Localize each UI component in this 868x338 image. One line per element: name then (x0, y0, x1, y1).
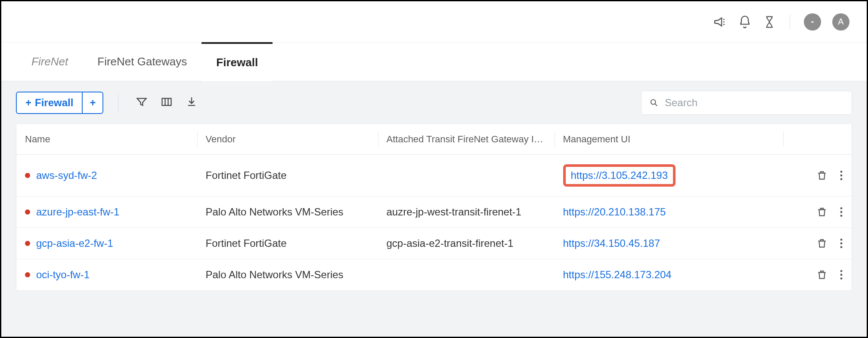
firewall-table-wrap: Name Vendor Attached Transit FireNet Gat… (1, 124, 867, 338)
topbar-divider (790, 15, 790, 29)
tab-firenet[interactable]: FireNet (17, 43, 83, 81)
table-row: azure-jp-east-fw-1 Palo Alto Networks VM… (16, 197, 852, 228)
search-box[interactable] (641, 91, 852, 115)
firewall-table: Name Vendor Attached Transit FireNet Gat… (16, 124, 852, 291)
firewall-name-link[interactable]: aws-syd-fw-2 (36, 169, 97, 181)
table-row: aws-syd-fw-2 Fortinet FortiGatehttps://3… (16, 155, 852, 197)
more-actions-icon[interactable] (840, 238, 843, 249)
mgmt-ui-link[interactable]: https://20.210.138.175 (563, 206, 666, 218)
svg-point-5 (840, 207, 843, 209)
column-header-gateway[interactable]: Attached Transit FireNet Gateway I… (378, 124, 555, 155)
status-dot (25, 173, 30, 178)
svg-point-11 (840, 270, 843, 272)
svg-point-6 (840, 211, 843, 213)
toolbar: + Firewall + (1, 81, 867, 124)
add-firewall-button[interactable]: + Firewall (17, 92, 82, 113)
tab-firenet-gateways[interactable]: FireNet Gateways (83, 43, 202, 81)
column-header-actions (783, 124, 852, 155)
highlight-box: https://3.105.242.193 (563, 164, 676, 187)
mgmt-ui-link[interactable]: https://3.105.242.193 (571, 169, 668, 181)
plus-icon: + (25, 97, 31, 109)
mgmt-cell: https://155.248.173.204 (555, 259, 783, 291)
tab-firewall[interactable]: Firewall (202, 42, 273, 81)
delete-icon[interactable] (816, 206, 828, 218)
svg-point-7 (840, 215, 843, 217)
more-actions-icon[interactable] (840, 206, 843, 218)
topbar: A (1, 1, 867, 43)
svg-point-13 (840, 277, 843, 280)
toolbar-divider (118, 94, 118, 112)
column-header-mgmt[interactable]: Management UI (555, 124, 783, 155)
gateway-cell (378, 259, 555, 291)
svg-point-9 (840, 243, 843, 245)
svg-point-1 (651, 100, 656, 104)
mgmt-ui-link[interactable]: https://34.150.45.187 (563, 237, 660, 249)
mgmt-cell: https://20.210.138.175 (555, 197, 783, 228)
firewall-name-link[interactable]: oci-tyo-fw-1 (36, 269, 90, 281)
firewall-name-link[interactable]: azure-jp-east-fw-1 (36, 206, 119, 218)
table-row: oci-tyo-fw-1 Palo Alto Networks VM-Serie… (16, 259, 852, 291)
status-dot (25, 209, 30, 215)
add-firewall-button-group: + Firewall + (16, 92, 103, 114)
status-dot (25, 272, 30, 277)
column-header-vendor[interactable]: Vendor (197, 124, 378, 155)
filter-icon[interactable] (133, 93, 150, 112)
svg-point-2 (840, 171, 843, 173)
search-icon (649, 98, 659, 108)
mgmt-ui-link[interactable]: https://155.248.173.204 (563, 269, 672, 280)
svg-point-4 (840, 178, 843, 180)
search-input[interactable] (664, 96, 844, 109)
columns-icon[interactable] (158, 93, 175, 112)
svg-point-3 (840, 175, 843, 177)
firewall-name-link[interactable]: gcp-asia-e2-fw-1 (36, 237, 113, 249)
column-header-name[interactable]: Name (16, 124, 197, 155)
gateway-cell: auzre-jp-west-transit-firenet-1 (378, 197, 555, 228)
vendor-cell: Fortinet FortiGate (197, 228, 378, 259)
download-icon[interactable] (183, 93, 200, 112)
svg-rect-0 (162, 98, 171, 105)
mgmt-cell: https://3.105.242.193 (555, 155, 783, 197)
megaphone-icon[interactable] (713, 15, 727, 29)
delete-icon[interactable] (816, 269, 828, 280)
add-firewall-label: Firewall (35, 97, 73, 109)
user-avatar[interactable]: A (832, 13, 849, 31)
more-actions-icon[interactable] (840, 170, 843, 181)
status-dot (25, 241, 30, 246)
svg-point-8 (840, 239, 843, 241)
delete-icon[interactable] (816, 170, 828, 181)
gateway-cell: gcp-asia-e2-transit-firenet-1 (378, 228, 555, 259)
svg-point-12 (840, 274, 843, 276)
add-firewall-more-button[interactable]: + (82, 92, 102, 113)
mgmt-cell: https://34.150.45.187 (555, 228, 783, 259)
vendor-cell: Fortinet FortiGate (197, 155, 378, 197)
gateway-cell (378, 155, 555, 197)
table-row: gcp-asia-e2-fw-1 Fortinet FortiGategcp-a… (16, 228, 852, 259)
delete-icon[interactable] (816, 238, 828, 249)
collapse-up-icon[interactable] (804, 13, 821, 31)
vendor-cell: Palo Alto Networks VM-Series (197, 259, 378, 291)
vendor-cell: Palo Alto Networks VM-Series (197, 197, 378, 228)
more-actions-icon[interactable] (840, 269, 843, 280)
svg-point-10 (840, 246, 843, 248)
bell-icon[interactable] (738, 15, 752, 29)
tab-bar: FireNet FireNet Gateways Firewall (1, 43, 867, 81)
hourglass-icon[interactable] (763, 15, 776, 28)
